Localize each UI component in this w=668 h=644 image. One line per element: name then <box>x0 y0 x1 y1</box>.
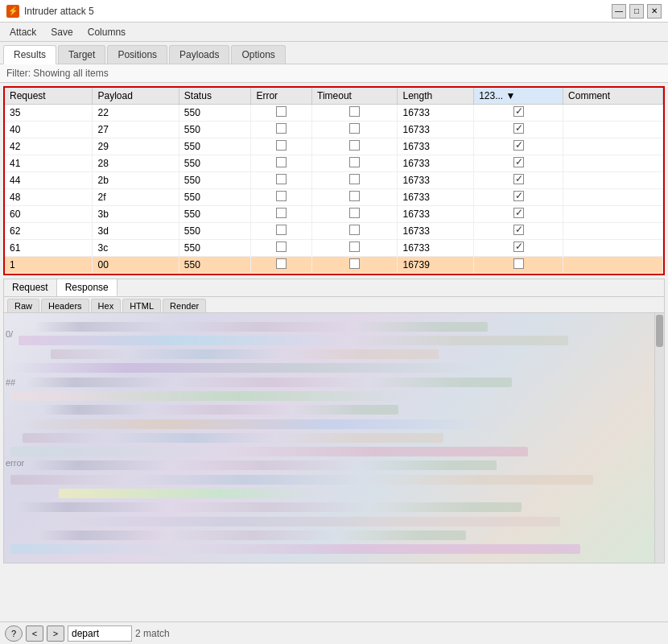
side-label-3: error <box>6 458 24 468</box>
side-label-2: ## <box>6 378 15 387</box>
col-payload[interactable]: Payload <box>93 88 179 105</box>
tab-payloads[interactable]: Payloads <box>169 45 229 64</box>
scrollbar-thumb <box>656 315 663 347</box>
close-button[interactable]: ✕ <box>647 4 662 19</box>
title-bar: ⚡ Intruder attack 5 — □ ✕ <box>0 0 668 23</box>
table-body: 3522550167334027550167334229550167334128… <box>5 105 663 274</box>
window-title: Intruder attack 5 <box>24 6 94 17</box>
sub-tab-html[interactable]: HTML <box>122 299 161 312</box>
error-checkbox[interactable] <box>276 157 287 167</box>
timeout-checkbox[interactable] <box>349 123 360 134</box>
result-checkbox[interactable] <box>513 140 524 151</box>
result-checkbox[interactable] <box>513 174 524 184</box>
results-table-container: Request Payload Status Error Timeout Len… <box>3 86 665 275</box>
table-row[interactable]: 623d55016733 <box>5 223 663 240</box>
blurred-response: 0/ ## error <box>4 313 664 563</box>
bottom-section: Request Response Raw Headers Hex HTML Re… <box>3 279 665 564</box>
navigation-bar: ? < > 2 match <box>0 621 668 644</box>
menu-columns[interactable]: Columns <box>81 25 132 39</box>
col-length[interactable]: Length <box>398 88 474 105</box>
table-row[interactable]: 422955016733 <box>5 138 663 155</box>
sub-tab-bar: Raw Headers Hex HTML Render <box>4 297 664 313</box>
minimize-button[interactable]: — <box>612 4 626 19</box>
result-checkbox[interactable] <box>513 157 524 167</box>
prev-button[interactable]: < <box>26 625 43 642</box>
timeout-checkbox[interactable] <box>349 258 360 269</box>
error-checkbox[interactable] <box>276 258 287 269</box>
error-checkbox[interactable] <box>276 208 287 218</box>
timeout-checkbox[interactable] <box>349 208 360 218</box>
error-checkbox[interactable] <box>276 140 287 151</box>
result-checkbox[interactable] <box>513 242 524 252</box>
table-row[interactable]: 10055016739 <box>5 257 663 274</box>
timeout-checkbox[interactable] <box>349 191 360 201</box>
window-controls: — □ ✕ <box>612 4 662 19</box>
match-count: 2 match <box>135 628 170 639</box>
sub-tab-render[interactable]: Render <box>163 299 206 312</box>
error-checkbox[interactable] <box>276 123 287 134</box>
tab-results[interactable]: Results <box>3 45 56 64</box>
tab-positions[interactable]: Positions <box>107 45 167 64</box>
table-row[interactable]: 402755016733 <box>5 122 663 138</box>
table-row[interactable]: 442b55016733 <box>5 172 663 189</box>
error-checkbox[interactable] <box>276 191 287 201</box>
bottom-tab-response[interactable]: Response <box>57 279 118 296</box>
error-checkbox[interactable] <box>276 225 287 235</box>
sub-tab-headers[interactable]: Headers <box>41 299 89 312</box>
maximize-button[interactable]: □ <box>629 4 644 19</box>
title-bar-left: ⚡ Intruder attack 5 <box>6 5 94 18</box>
result-checkbox[interactable] <box>513 191 524 201</box>
result-checkbox[interactable] <box>513 208 524 218</box>
sub-tab-raw[interactable]: Raw <box>7 299 39 312</box>
help-button[interactable]: ? <box>5 625 23 642</box>
col-timeout[interactable]: Timeout <box>312 88 398 105</box>
results-table: Request Payload Status Error Timeout Len… <box>5 88 663 274</box>
app-icon: ⚡ <box>6 5 19 18</box>
col-comment[interactable]: Comment <box>563 88 663 105</box>
timeout-checkbox[interactable] <box>349 157 360 167</box>
result-checkbox[interactable] <box>513 225 524 235</box>
col-error[interactable]: Error <box>251 88 312 105</box>
response-content: 0/ ## error <box>4 313 664 563</box>
content-scrollbar[interactable] <box>654 313 664 563</box>
menu-save[interactable]: Save <box>44 25 79 39</box>
bottom-tab-bar: Request Response <box>4 279 664 297</box>
error-checkbox[interactable] <box>276 106 287 117</box>
side-label-1: 0/ <box>6 329 13 339</box>
main-tab-bar: Results Target Positions Payloads Option… <box>0 42 668 64</box>
result-checkbox[interactable] <box>513 106 524 117</box>
table-row[interactable]: 613c55016733 <box>5 240 663 257</box>
timeout-checkbox[interactable] <box>349 225 360 235</box>
menu-bar: Attack Save Columns <box>0 23 668 42</box>
timeout-checkbox[interactable] <box>349 106 360 117</box>
bottom-tab-request[interactable]: Request <box>4 279 57 296</box>
table-row[interactable]: 352255016733 <box>5 105 663 122</box>
result-checkbox[interactable] <box>513 258 524 269</box>
sub-tab-hex[interactable]: Hex <box>91 299 122 312</box>
timeout-checkbox[interactable] <box>349 174 360 184</box>
table-row[interactable]: 603b55016733 <box>5 206 663 223</box>
error-checkbox[interactable] <box>276 174 287 184</box>
timeout-checkbox[interactable] <box>349 140 360 151</box>
table-row[interactable]: 482f55016733 <box>5 189 663 206</box>
filter-bar: Filter: Showing all items <box>0 64 668 83</box>
search-input[interactable] <box>68 625 132 642</box>
next-button[interactable]: > <box>47 625 64 642</box>
error-checkbox[interactable] <box>276 242 287 252</box>
tab-target[interactable]: Target <box>58 45 105 64</box>
timeout-checkbox[interactable] <box>349 242 360 252</box>
result-checkbox[interactable] <box>513 123 524 134</box>
col-status[interactable]: Status <box>179 88 251 105</box>
table-row[interactable]: 412855016733 <box>5 155 663 172</box>
table-header-row: Request Payload Status Error Timeout Len… <box>5 88 663 105</box>
col-request[interactable]: Request <box>5 88 93 105</box>
col-123[interactable]: 123... ▼ <box>474 88 563 105</box>
filter-text: Filter: Showing all items <box>6 68 109 79</box>
menu-attack[interactable]: Attack <box>3 25 43 39</box>
tab-options[interactable]: Options <box>231 45 285 64</box>
